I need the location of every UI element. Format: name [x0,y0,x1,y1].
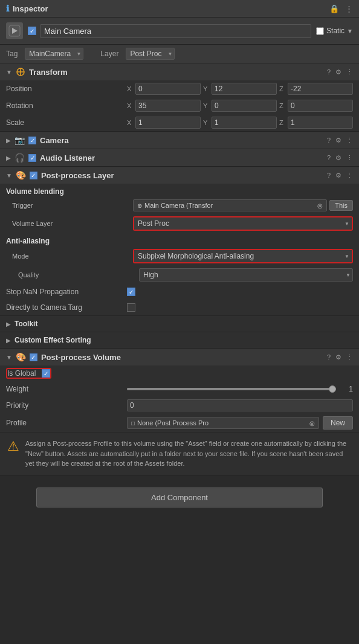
trigger-this-button[interactable]: This [329,200,353,211]
lock-icon[interactable]: 🔒 [329,4,339,13]
position-x-label: X [127,85,134,92]
camera-header[interactable]: ▶ 📷 Camera ? ⚙ ⋮ [0,132,359,149]
add-component-button[interactable]: Add Component [36,488,323,507]
stop-nan-checkbox[interactable] [127,288,135,296]
weight-slider-thumb [329,385,336,393]
priority-row: Priority [0,397,359,414]
tag-select[interactable]: MainCamera [25,48,83,60]
new-profile-button[interactable]: New [323,416,353,430]
is-global-highlight: Is Global [6,368,51,379]
audio-settings-icon[interactable]: ⚙ [335,154,341,162]
rotation-z-input[interactable] [288,100,353,112]
ppv-active-checkbox[interactable] [30,353,37,361]
tag-select-wrap: MainCamera [25,48,83,60]
ppv-more-icon[interactable]: ⋮ [346,353,353,361]
custom-effect-row[interactable]: ▶ Custom Effect Sorting [0,332,359,348]
scale-z-input[interactable] [288,117,353,129]
quality-row: Quality High [0,266,359,284]
post-process-volume-header[interactable]: ▼ 🎨 Post-process Volume ? ⚙ ⋮ [0,349,359,365]
trigger-value: ⊕ Main Camera (Transfor ◎ This [133,199,353,211]
profile-ref-text: None (Post Process Pro [137,419,209,427]
object-name-input[interactable] [40,24,311,38]
rotation-y-label: Y [203,102,210,109]
is-global-checkbox[interactable] [42,369,50,378]
camera-help-icon[interactable]: ? [327,137,331,144]
transform-icon [16,67,25,77]
priority-input[interactable] [127,399,353,411]
more-icon[interactable]: ⋮ [345,4,353,13]
layer-label: Layer [100,50,118,58]
ppl-help-icon[interactable]: ? [327,172,331,179]
directly-row: Directly to Camera Targ [0,300,359,315]
position-y-field: Y [203,83,277,95]
transform-more-icon[interactable]: ⋮ [346,68,353,76]
weight-slider-track[interactable] [127,388,336,390]
audio-help-icon[interactable]: ? [327,154,331,162]
post-process-layer-header[interactable]: ▼ 🎨 Post-process Layer ? ⚙ ⋮ [0,167,359,184]
transform-settings-icon[interactable]: ⚙ [335,68,341,76]
quality-select[interactable]: High [139,268,353,282]
mode-select[interactable]: Subpixel Morphological Anti-aliasing [134,250,352,262]
profile-label: Profile [6,419,127,427]
anti-aliasing-label: Anti-aliasing [0,233,359,246]
scale-x-input[interactable] [135,117,201,129]
custom-effect-label: Custom Effect Sorting [15,336,91,344]
transform-help-icon[interactable]: ? [327,68,331,76]
profile-circle-icon: ◎ [309,420,315,427]
stop-nan-label: Stop NaN Propagation [6,288,127,296]
layer-select[interactable]: Post Proc [126,48,175,60]
directly-label: Directly to Camera Targ [6,303,127,312]
toolkit-row[interactable]: ▶ Toolkit [0,315,359,332]
stop-nan-row: Stop NaN Propagation [0,284,359,300]
inspector-icons: 🔒 ⋮ [329,4,353,13]
audio-more-icon[interactable]: ⋮ [346,154,353,162]
transform-header[interactable]: ▼ Transform ? ⚙ ⋮ [0,63,359,80]
ppv-title: Post-process Volume [41,353,323,362]
position-x-input[interactable] [135,83,201,95]
info-box: ⚠ Assign a Post-process Profile to this … [0,432,359,475]
camera-settings-icon[interactable]: ⚙ [335,137,341,144]
object-active-checkbox[interactable] [28,27,36,35]
static-dropdown-arrow[interactable]: ▼ [347,28,353,34]
rotation-y-input[interactable] [212,100,277,112]
custom-effect-arrow: ▶ [6,337,11,344]
scale-z-field: Z [279,117,353,129]
ppl-settings-icon[interactable]: ⚙ [335,172,341,179]
static-checkbox[interactable] [316,27,324,35]
info-warning-icon: ⚠ [7,439,19,469]
camera-more-icon[interactable]: ⋮ [346,137,353,144]
audio-active-checkbox[interactable] [28,154,36,162]
ppv-help-icon[interactable]: ? [327,353,331,361]
position-z-field: Z [279,83,353,95]
directly-checkbox[interactable] [127,303,135,312]
ppv-section-icons: ? ⚙ ⋮ [327,353,353,361]
profile-value: □ None (Post Process Pro ◎ New [127,416,353,430]
ppl-active-checkbox[interactable] [30,172,37,179]
transform-section: ▼ Transform ? ⚙ ⋮ Position X Y Z [0,63,359,132]
audio-listener-section: ▶ 🎧 Audio Listener ? ⚙ ⋮ [0,149,359,167]
trigger-ref[interactable]: ⊕ Main Camera (Transfor ◎ [133,199,327,211]
transform-arrow: ▼ [6,69,12,76]
position-y-input[interactable] [212,83,277,95]
camera-arrow: ▶ [6,137,11,144]
priority-value [127,399,353,411]
volume-layer-row: Volume Layer Post Proc [0,214,359,233]
camera-active-checkbox[interactable] [28,137,36,144]
volume-layer-select[interactable]: Post Proc [134,217,352,230]
volume-blending-label: Volume blending [0,184,359,197]
priority-label: Priority [6,401,127,410]
profile-ref[interactable]: □ None (Post Process Pro ◎ [127,417,319,429]
ppl-more-icon[interactable]: ⋮ [346,172,353,179]
ppv-settings-icon[interactable]: ⚙ [335,353,341,361]
stop-nan-value [127,288,353,296]
audio-listener-header[interactable]: ▶ 🎧 Audio Listener ? ⚙ ⋮ [0,149,359,166]
position-z-input[interactable] [288,83,353,95]
rotation-x-input[interactable] [135,100,201,112]
transform-title: Transform [29,68,323,77]
profile-icon: □ [131,420,135,427]
transform-section-icons: ? ⚙ ⋮ [327,68,353,76]
scale-y-input[interactable] [212,117,277,129]
audio-arrow: ▶ [6,155,11,161]
scale-xyz: X Y Z [127,117,353,129]
tag-layer-row: Tag MainCamera Layer Post Proc [0,45,359,63]
